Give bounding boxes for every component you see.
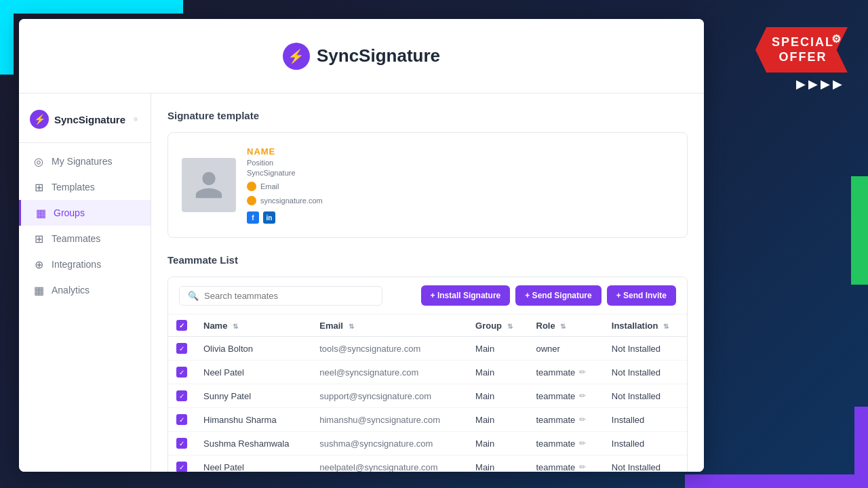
sidebar-item-my-signatures[interactable]: ◎ My Signatures	[19, 148, 151, 174]
col-group: Group ⇅	[467, 314, 528, 337]
row-checkbox[interactable]	[176, 390, 187, 401]
my-signatures-label: My Signatures	[52, 156, 112, 167]
table-row: Neel Patel neelpatel@syncsignature.com M…	[168, 455, 687, 472]
list-toolbar: 🔍 + Install Signature + Send Signature +…	[168, 277, 687, 314]
row-checkbox[interactable]	[176, 462, 187, 472]
teammates-label: Teammates	[52, 233, 100, 244]
cell-installation: Not Installed	[604, 361, 687, 384]
cell-installation: Not Installed	[604, 384, 687, 408]
sig-website-icon	[247, 196, 256, 205]
sidebar-brand-dot	[134, 117, 138, 121]
cell-role: teammate ✏	[528, 408, 604, 432]
send-invite-button[interactable]: + Send Invite	[607, 285, 676, 306]
accent-purple-bottom	[685, 474, 868, 488]
cell-email: tools@syncsignature.com	[311, 337, 467, 361]
edit-role-icon[interactable]: ✏	[579, 462, 586, 472]
action-buttons: + Install Signature + Send Signature + S…	[421, 285, 676, 306]
cell-installation: Installed	[604, 408, 687, 432]
row-checkbox[interactable]	[176, 414, 187, 425]
signature-template-title: Signature template	[167, 110, 688, 121]
sidebar-item-teammates[interactable]: ⊞ Teammates	[19, 226, 151, 251]
cell-group: Main	[467, 455, 528, 472]
signature-template-box: NAME Position SyncSignature Email syncsi…	[167, 132, 688, 238]
cell-group: Main	[467, 384, 528, 408]
header-logo-icon: ⚡	[283, 43, 310, 70]
edit-role-icon[interactable]: ✏	[579, 415, 586, 424]
cell-role: owner	[528, 337, 604, 361]
install-signature-button[interactable]: + Install Signature	[421, 285, 511, 306]
edit-role-icon[interactable]: ✏	[579, 439, 586, 448]
col-name: Name ⇅	[195, 314, 311, 337]
sidebar: ⚡ SyncSignature ◎ My Signatures ⊞ Templa…	[19, 94, 151, 472]
sig-name: NAME	[247, 146, 323, 157]
sig-website-row: syncsignature.com	[247, 196, 323, 205]
linkedin-icon: in	[263, 211, 275, 224]
cell-group: Main	[467, 432, 528, 455]
cell-installation: Installed	[604, 432, 687, 455]
groups-icon: ▦	[35, 207, 47, 219]
row-checkbox[interactable]	[176, 343, 187, 354]
col-role: Role ⇅	[528, 314, 604, 337]
edit-role-icon[interactable]: ✏	[579, 391, 586, 401]
sig-website: syncsignature.com	[260, 197, 323, 205]
templates-label: Templates	[52, 182, 95, 192]
table-row: Sunny Patel support@syncsignature.com Ma…	[168, 384, 687, 408]
cell-role: teammate ✏	[528, 361, 604, 384]
facebook-icon: f	[247, 211, 259, 224]
logo-area: ⚡ SyncSignature	[283, 43, 440, 70]
groups-label: Groups	[54, 207, 85, 218]
analytics-label: Analytics	[52, 285, 90, 296]
sidebar-item-templates[interactable]: ⊞ Templates	[19, 174, 151, 200]
teammate-list-title: Teammate List	[167, 254, 688, 266]
select-all-checkbox[interactable]	[176, 320, 187, 331]
accent-cyan-top	[0, 0, 183, 14]
integrations-icon: ⊕	[33, 258, 45, 270]
cell-name: Himanshu Sharma	[195, 408, 311, 432]
sidebar-item-groups[interactable]: ▦ Groups	[19, 200, 151, 226]
send-signature-button[interactable]: + Send Signature	[515, 285, 601, 306]
search-box[interactable]: 🔍	[179, 286, 382, 306]
cell-email: support@syncsignature.com	[311, 384, 467, 408]
cell-role: teammate ✏	[528, 432, 604, 455]
cell-email: neelpatel@syncsignature.com	[311, 455, 467, 472]
teammates-table: Name ⇅ Email ⇅ Group ⇅ Role ⇅ Installati…	[168, 314, 687, 472]
cell-name: Neel Patel	[195, 361, 311, 384]
table-row: Neel Patel neel@syncsignature.com Main t…	[168, 361, 687, 384]
arrow-4: ▶	[833, 77, 842, 92]
sig-email-icon	[247, 182, 256, 191]
signature-info: NAME Position SyncSignature Email syncsi…	[247, 146, 323, 224]
header-logo-text: SyncSignature	[317, 45, 440, 66]
teammates-icon: ⊞	[33, 232, 45, 245]
sig-email-label: Email	[260, 182, 279, 190]
sidebar-item-analytics[interactable]: ▦ Analytics	[19, 277, 151, 303]
special-offer-badge: SPECIAL OFFER ⚙ ▶ ▶ ▶ ▶	[755, 27, 848, 92]
sidebar-item-integrations[interactable]: ⊕ Integrations	[19, 251, 151, 277]
col-email: Email ⇅	[311, 314, 467, 337]
main-content: Signature template NAME Position SyncSig…	[151, 94, 704, 472]
cell-installation: Not Installed	[604, 455, 687, 472]
integrations-label: Integrations	[52, 259, 101, 270]
teammate-list-section: 🔍 + Install Signature + Send Signature +…	[167, 277, 688, 472]
cell-name: Sushma Reshamwala	[195, 432, 311, 455]
search-input[interactable]	[204, 291, 374, 301]
sig-company: SyncSignature	[247, 169, 323, 177]
special-offer-line1: SPECIAL	[772, 35, 834, 50]
templates-icon: ⊞	[33, 181, 45, 193]
col-installation: Installation ⇅	[604, 314, 687, 337]
edit-role-icon[interactable]: ✏	[579, 367, 586, 377]
table-row: Himanshu Sharma himanshu@syncsignature.c…	[168, 408, 687, 432]
signature-avatar	[182, 158, 236, 212]
cell-email: sushma@syncsignature.com	[311, 432, 467, 455]
arrow-2: ▶	[808, 77, 818, 92]
special-offer-line2: OFFER	[772, 50, 834, 65]
row-checkbox[interactable]	[176, 367, 187, 378]
cell-email: himanshu@syncsignature.com	[311, 408, 467, 432]
row-checkbox[interactable]	[176, 438, 187, 449]
accent-purple-right	[854, 407, 868, 488]
cell-group: Main	[467, 337, 528, 361]
cell-email: neel@syncsignature.com	[311, 361, 467, 384]
analytics-icon: ▦	[33, 284, 45, 296]
app-body: ⚡ SyncSignature ◎ My Signatures ⊞ Templa…	[19, 94, 704, 472]
accent-cyan-left	[0, 0, 14, 75]
cell-name: Neel Patel	[195, 455, 311, 472]
